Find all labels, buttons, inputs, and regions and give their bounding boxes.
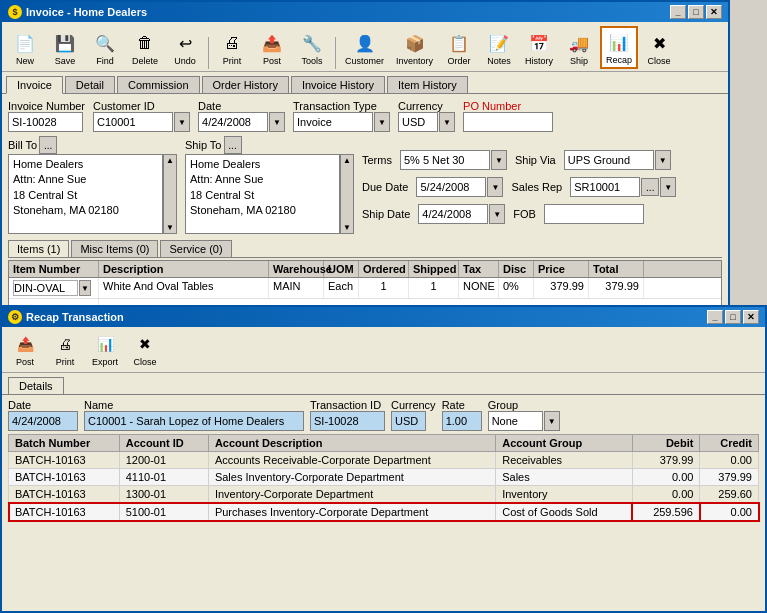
recap-group-dropdown[interactable]: ▼	[544, 411, 560, 431]
item-dropdown[interactable]: ▼	[79, 280, 91, 296]
grid-header-row: Item Number Description Warehouse UOM Or…	[9, 261, 721, 278]
tab-detail[interactable]: Detail	[65, 76, 115, 93]
tab-invoice[interactable]: Invoice	[6, 76, 63, 94]
items-tabs: Items (1) Misc Items (0) Service (0)	[8, 240, 722, 258]
ship-via-dropdown[interactable]: ▼	[655, 150, 671, 170]
currency-input[interactable]	[398, 112, 438, 132]
bill-to-scrollbar[interactable]: ▲ ▼	[163, 154, 177, 234]
recap-close-button[interactable]: ✕	[743, 310, 759, 324]
recap-window: ⚙ Recap Transaction _ □ ✕ 📤 Post 🖨 Print…	[0, 305, 767, 613]
customer-id-input[interactable]	[93, 112, 173, 132]
recap-currency-input[interactable]	[391, 411, 426, 431]
tab-item-history[interactable]: Item History	[387, 76, 468, 93]
customer-label: Customer	[345, 56, 384, 66]
items-tab-misc[interactable]: Misc Items (0)	[71, 240, 158, 257]
item-number-input[interactable]	[13, 280, 78, 296]
tab-invoice-history[interactable]: Invoice History	[291, 76, 385, 93]
invoice-number-input[interactable]	[8, 112, 83, 132]
customer-icon: 👤	[353, 31, 377, 55]
table-row-highlighted[interactable]: BATCH-10163 5100-01 Purchases Inventory-…	[9, 503, 759, 521]
currency-dropdown[interactable]: ▼	[439, 112, 455, 132]
invoice-number-group: Invoice Number	[8, 100, 85, 132]
table-row[interactable]: BATCH-10163 1300-01 Inventory-Corporate …	[9, 486, 759, 504]
col-uom: UOM	[324, 261, 359, 277]
due-date-input[interactable]	[416, 177, 486, 197]
recap-minimize-button[interactable]: _	[707, 310, 723, 324]
items-tab-items[interactable]: Items (1)	[8, 240, 69, 257]
new-button[interactable]: 📄 New	[6, 28, 44, 69]
save-button[interactable]: 💾 Save	[46, 28, 84, 69]
invoice-title-text: Invoice - Home Dealers	[26, 6, 147, 18]
table-row[interactable]: ▼ White And Oval Tables MAIN Each 1 1 NO…	[9, 278, 721, 299]
minimize-button[interactable]: _	[670, 5, 686, 19]
recap-tid-input[interactable]	[310, 411, 385, 431]
undo-button[interactable]: ↩ Undo	[166, 28, 204, 69]
close-toolbar-button[interactable]: ✖ Close	[640, 28, 678, 69]
th-batch: Batch Number	[9, 435, 120, 452]
transaction-type-dropdown[interactable]: ▼	[374, 112, 390, 132]
cell-description: White And Oval Tables	[99, 278, 269, 298]
order-icon: 📋	[447, 31, 471, 55]
fob-input[interactable]	[544, 204, 644, 224]
terms-input[interactable]	[400, 150, 490, 170]
cell-uom: Each	[324, 278, 359, 298]
recap-export-button[interactable]: 📊 Export	[86, 329, 124, 370]
transaction-type-input[interactable]	[293, 112, 373, 132]
recap-close-toolbar-label: Close	[133, 357, 156, 367]
tab-commission[interactable]: Commission	[117, 76, 200, 93]
history-button[interactable]: 📅 History	[520, 28, 558, 69]
recap-post-button[interactable]: 📤 Post	[6, 329, 44, 370]
bill-to-ellipsis[interactable]: ...	[39, 136, 57, 154]
sales-rep-input[interactable]	[570, 177, 640, 197]
date-input[interactable]	[198, 112, 268, 132]
table-row[interactable]: BATCH-10163 4110-01 Sales Inventory-Corp…	[9, 469, 759, 486]
terms-dropdown[interactable]: ▼	[491, 150, 507, 170]
toolbar-separator-1	[208, 37, 209, 69]
customer-button[interactable]: 👤 Customer	[340, 28, 389, 69]
inventory-button[interactable]: 📦 Inventory	[391, 28, 438, 69]
ship-date-input[interactable]	[418, 204, 488, 224]
delete-button[interactable]: 🗑 Delete	[126, 28, 164, 69]
close-button[interactable]: ✕	[706, 5, 722, 19]
ship-icon: 🚚	[567, 31, 591, 55]
ship-via-input[interactable]	[564, 150, 654, 170]
tab-order-history[interactable]: Order History	[202, 76, 289, 93]
recap-print-button[interactable]: 🖨 Print	[46, 329, 84, 370]
tab-details[interactable]: Details	[8, 377, 64, 394]
recap-name-input[interactable]	[84, 411, 304, 431]
recap-group-input[interactable]	[488, 411, 543, 431]
po-number-input[interactable]	[463, 112, 553, 132]
recap-maximize-button[interactable]: □	[725, 310, 741, 324]
recap-button[interactable]: 📊 Recap	[600, 26, 638, 69]
right-fields: Terms ▼ Ship Via ▼ Due Date	[362, 150, 676, 228]
due-date-dropdown[interactable]: ▼	[487, 177, 503, 197]
maximize-button[interactable]: □	[688, 5, 704, 19]
items-tab-service[interactable]: Service (0)	[160, 240, 231, 257]
ship-to-scrollbar[interactable]: ▲ ▼	[340, 154, 354, 234]
recap-details-table: Batch Number Account ID Account Descript…	[8, 434, 759, 522]
ship-via-label: Ship Via	[515, 154, 556, 166]
post-button[interactable]: 📤 Post	[253, 28, 291, 69]
ship-button[interactable]: 🚚 Ship	[560, 28, 598, 69]
notes-button[interactable]: 📝 Notes	[480, 28, 518, 69]
recap-close-toolbar-button[interactable]: ✖ Close	[126, 329, 164, 370]
ship-date-row: Ship Date ▼ FOB	[362, 204, 676, 224]
recap-date-input[interactable]	[8, 411, 78, 431]
sales-rep-dropdown[interactable]: ▼	[660, 177, 676, 197]
col-ordered: Ordered	[359, 261, 409, 277]
date-label: Date	[198, 100, 285, 112]
recap-rate-input[interactable]	[442, 411, 482, 431]
ship-to-ellipsis[interactable]: ...	[224, 136, 242, 154]
date-dropdown[interactable]: ▼	[269, 112, 285, 132]
customer-id-dropdown[interactable]: ▼	[174, 112, 190, 132]
recap-date-label: Date	[8, 399, 78, 411]
recap-icon: 📊	[607, 30, 631, 54]
bill-to-line-3: 18 Central St	[13, 188, 158, 203]
print-button[interactable]: 🖨 Print	[213, 28, 251, 69]
table-row[interactable]: BATCH-10163 1200-01 Accounts Receivable-…	[9, 452, 759, 469]
sales-rep-ellipsis[interactable]: ...	[641, 178, 659, 196]
order-button[interactable]: 📋 Order	[440, 28, 478, 69]
find-button[interactable]: 🔍 Find	[86, 28, 124, 69]
ship-date-dropdown[interactable]: ▼	[489, 204, 505, 224]
tools-button[interactable]: 🔧 Tools	[293, 28, 331, 69]
